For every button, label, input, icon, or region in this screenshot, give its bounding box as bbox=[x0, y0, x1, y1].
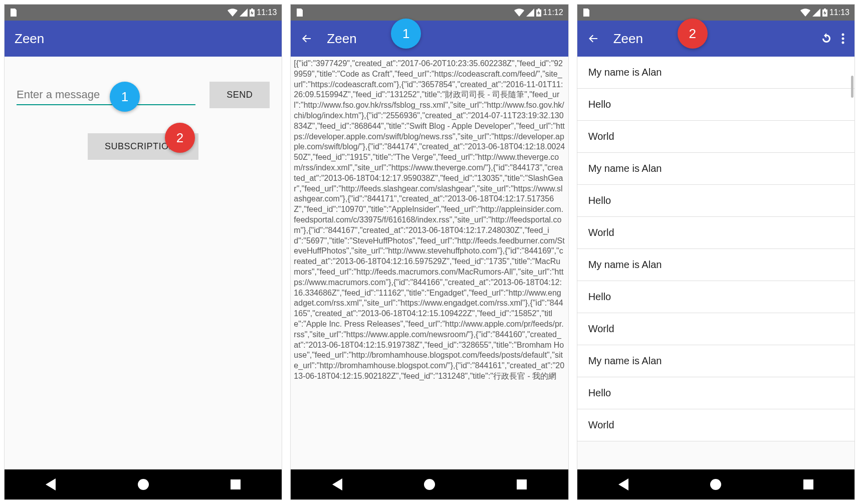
wifi-icon bbox=[514, 9, 524, 17]
list-item[interactable]: Hello bbox=[577, 185, 854, 217]
nav-recents-icon[interactable] bbox=[515, 478, 528, 491]
json-response-text: [{"id":"3977429","created_at":"2017-06-2… bbox=[291, 57, 568, 469]
callout-badge-1: 1 bbox=[391, 19, 421, 49]
phone-screen-3: 11:13 Zeen My name is AlanHelloWorldMy n… bbox=[577, 4, 855, 500]
sdcard-icon bbox=[582, 9, 589, 17]
nav-back-icon[interactable] bbox=[331, 478, 344, 491]
list-item[interactable]: Hello bbox=[577, 89, 854, 121]
wifi-icon bbox=[228, 9, 238, 17]
list-item[interactable]: World bbox=[577, 409, 854, 441]
clock-text: 11:12 bbox=[543, 8, 563, 17]
status-bar: 11:13 bbox=[5, 5, 282, 21]
nav-recents-icon[interactable] bbox=[229, 478, 242, 491]
main-content: SEND SUBSCRIPTIONS bbox=[5, 57, 282, 469]
list-item[interactable]: My name is Alan bbox=[577, 153, 854, 185]
phone-screen-1: 11:13 Zeen SEND SUBSCRIPTIONS 1 2 bbox=[4, 4, 282, 500]
callout-badge-2: 2 bbox=[165, 123, 195, 153]
send-button[interactable]: SEND bbox=[209, 82, 270, 108]
app-bar: Zeen bbox=[5, 21, 282, 57]
nav-home-icon[interactable] bbox=[709, 478, 722, 491]
message-list[interactable]: My name is AlanHelloWorldMy name is Alan… bbox=[577, 57, 854, 441]
battery-icon bbox=[536, 9, 541, 17]
list-item[interactable]: My name is Alan bbox=[577, 345, 854, 377]
battery-icon bbox=[250, 9, 255, 17]
clock-text: 11:13 bbox=[829, 8, 849, 17]
app-bar: Zeen bbox=[577, 21, 854, 57]
android-nav-bar bbox=[291, 469, 568, 499]
overflow-menu-icon[interactable] bbox=[841, 33, 844, 44]
android-nav-bar bbox=[577, 469, 854, 499]
list-item[interactable]: World bbox=[577, 121, 854, 153]
callout-badge-1: 1 bbox=[110, 82, 140, 112]
svg-rect-1 bbox=[251, 9, 253, 10]
nav-home-icon[interactable] bbox=[423, 478, 436, 491]
status-bar: 11:13 bbox=[577, 5, 854, 21]
back-arrow-icon[interactable] bbox=[587, 33, 599, 45]
signal-icon bbox=[240, 9, 248, 17]
refresh-icon[interactable] bbox=[820, 33, 832, 45]
signal-icon bbox=[812, 9, 820, 17]
nav-back-icon[interactable] bbox=[44, 478, 57, 491]
app-title: Zeen bbox=[613, 31, 811, 47]
back-arrow-icon[interactable] bbox=[301, 33, 313, 45]
nav-recents-icon[interactable] bbox=[802, 478, 815, 491]
main-content: [{"id":"3977429","created_at":"2017-06-2… bbox=[291, 57, 568, 469]
list-item[interactable]: Hello bbox=[577, 377, 854, 409]
list-item[interactable]: World bbox=[577, 313, 854, 345]
phone-screen-2: 11:12 Zeen [{"id":"3977429","created_at"… bbox=[290, 4, 568, 500]
svg-rect-5 bbox=[824, 9, 826, 10]
message-input[interactable] bbox=[17, 85, 195, 105]
list-item[interactable]: World bbox=[577, 217, 854, 249]
sdcard-icon bbox=[10, 9, 17, 17]
svg-rect-3 bbox=[538, 9, 540, 10]
app-bar: Zeen bbox=[291, 21, 568, 57]
main-content: My name is AlanHelloWorldMy name is Alan… bbox=[577, 57, 854, 469]
sdcard-icon bbox=[296, 9, 303, 17]
android-nav-bar bbox=[5, 469, 282, 499]
list-item[interactable]: Hello bbox=[577, 281, 854, 313]
callout-badge-2: 2 bbox=[678, 19, 708, 49]
app-title: Zeen bbox=[327, 31, 558, 47]
list-item[interactable]: My name is Alan bbox=[577, 249, 854, 281]
nav-home-icon[interactable] bbox=[137, 478, 150, 491]
list-item[interactable]: My name is Alan bbox=[577, 57, 854, 89]
clock-text: 11:13 bbox=[257, 8, 277, 17]
scrollbar-thumb[interactable] bbox=[851, 76, 853, 98]
svg-point-7 bbox=[841, 38, 844, 40]
nav-back-icon[interactable] bbox=[617, 478, 630, 491]
app-title: Zeen bbox=[15, 31, 272, 47]
status-bar: 11:12 bbox=[291, 5, 568, 21]
wifi-icon bbox=[800, 9, 810, 17]
svg-point-6 bbox=[841, 34, 844, 36]
svg-point-8 bbox=[841, 42, 844, 44]
signal-icon bbox=[526, 9, 534, 17]
battery-icon bbox=[822, 9, 827, 17]
